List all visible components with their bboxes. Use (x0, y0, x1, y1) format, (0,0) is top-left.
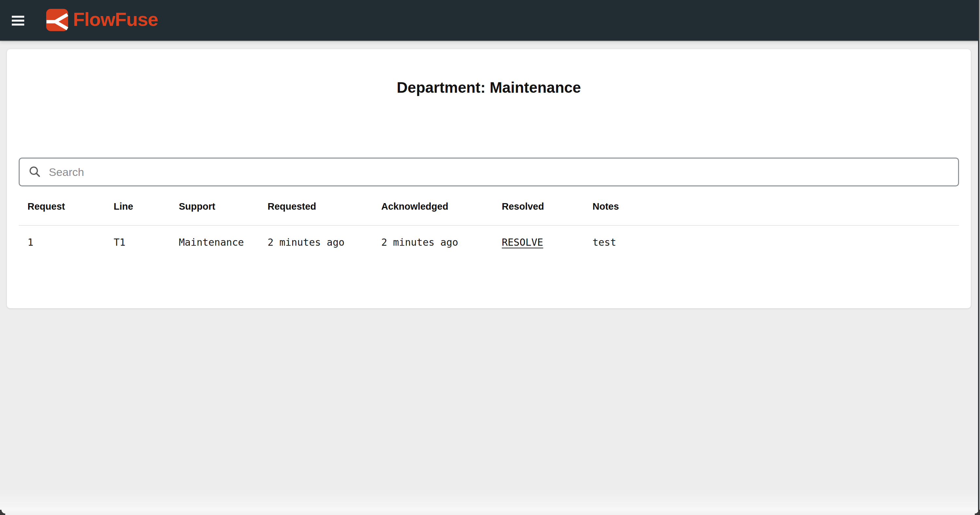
column-header-line: Line (105, 187, 170, 225)
column-header-requested: Requested (259, 187, 372, 225)
cell-line: T1 (105, 225, 170, 259)
table-header-row: Request Line Support Requested Acknowled… (19, 187, 959, 225)
column-header-acknowledged: Acknowledged (372, 187, 493, 225)
column-header-request: Request (19, 187, 105, 225)
search-input[interactable] (48, 158, 958, 186)
cell-acknowledged: 2 minutes ago (372, 225, 493, 259)
search-icon (29, 166, 41, 178)
hamburger-icon (12, 16, 24, 18)
cell-request: 1 (19, 225, 105, 259)
requests-table: Request Line Support Requested Acknowled… (19, 187, 959, 259)
column-header-notes: Notes (584, 187, 959, 225)
app-screen: FlowFuse Department: Maintenance Request (0, 0, 980, 515)
cell-resolved: RESOLVE (493, 225, 584, 259)
brand-name: FlowFuse (73, 10, 158, 29)
content-card: Department: Maintenance Request Line Sup… (7, 49, 971, 308)
page-title: Department: Maintenance (19, 80, 959, 95)
window-bottom-sheen (0, 491, 980, 515)
flowfuse-logo-icon (46, 9, 68, 31)
top-navbar: FlowFuse (0, 0, 980, 41)
column-header-resolved: Resolved (493, 187, 584, 225)
menu-button[interactable] (10, 13, 26, 28)
cell-requested: 2 minutes ago (259, 225, 372, 259)
column-header-support: Support (170, 187, 259, 225)
table-row: 1 T1 Maintenance 2 minutes ago 2 minutes… (19, 225, 959, 259)
flowfuse-logo: FlowFuse (46, 8, 158, 32)
cell-notes: test (584, 225, 959, 259)
window-corner-bottom-left (0, 510, 5, 515)
cell-support: Maintenance (170, 225, 259, 259)
search-bar (19, 158, 959, 187)
resolve-link[interactable]: RESOLVE (502, 236, 543, 248)
